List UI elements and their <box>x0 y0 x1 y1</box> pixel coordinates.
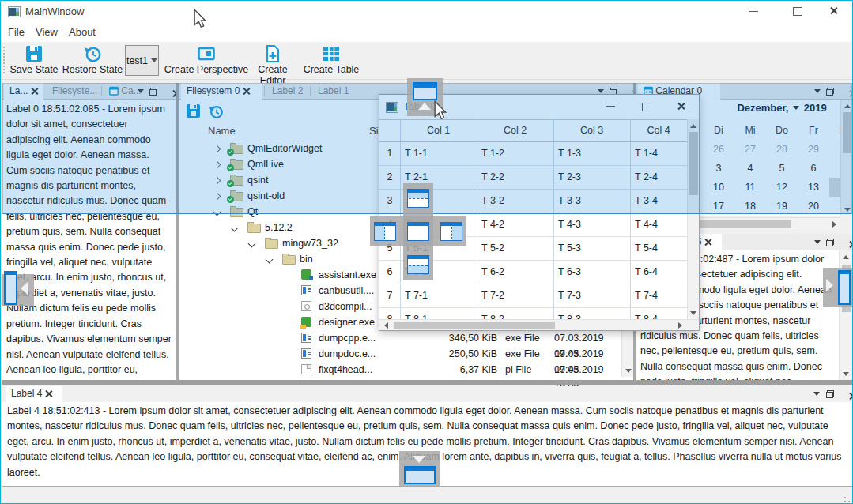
perspective-icon <box>197 44 216 63</box>
folder-icon <box>265 239 278 249</box>
create-perspective-label: Create Perspective <box>164 64 248 75</box>
main-window: MainWindow File View About Save State Re… <box>0 0 853 504</box>
scroll-right-icon[interactable] <box>832 221 836 228</box>
tree-row[interactable]: dumpcpp.e...346,50 KiBexe File07.03.2019… <box>179 330 619 346</box>
restore-state-button[interactable]: Restore State <box>61 44 124 77</box>
exe-file-icon <box>301 285 311 295</box>
scroll-down-icon[interactable] <box>843 372 849 376</box>
save-state-button[interactable]: Save State <box>9 44 59 77</box>
exe-file-icon <box>301 333 311 343</box>
drop-indicator-right[interactable] <box>440 222 462 241</box>
table-cell[interactable]: T 4-2 <box>477 213 553 236</box>
table-cell[interactable]: T 5-4 <box>630 236 687 260</box>
splitter-bottom[interactable] <box>2 380 852 385</box>
close-button[interactable] <box>817 1 852 22</box>
perspective-combo-value: test1 <box>126 55 148 66</box>
panel-float-button[interactable] <box>826 239 834 246</box>
tab-label4[interactable]: Label 4 <box>6 386 62 402</box>
table-cell[interactable]: T 6-4 <box>630 260 687 284</box>
drop-arrow-up-icon <box>418 103 431 110</box>
table-row-header[interactable]: 8 <box>379 307 400 319</box>
dll-file-icon <box>301 301 311 311</box>
table-cell[interactable]: T 7-1 <box>400 284 477 307</box>
drop-arrow-right-icon <box>826 279 833 291</box>
restore-icon <box>83 44 102 63</box>
drop-arrow-left-icon <box>21 282 28 295</box>
title-bar[interactable]: MainWindow <box>1 1 852 23</box>
menu-about[interactable]: About <box>66 23 99 42</box>
table-cell[interactable]: T 4-4 <box>630 213 687 236</box>
tab-close-icon[interactable] <box>45 390 52 397</box>
table-cell[interactable]: T 7-2 <box>477 284 553 307</box>
qt-designer-icon <box>301 317 311 327</box>
menu-file[interactable]: File <box>5 23 28 42</box>
folder-icon <box>282 255 296 265</box>
panel-close-button[interactable] <box>849 241 853 248</box>
table-cell[interactable]: T 8-1 <box>400 307 477 319</box>
tree-row[interactable]: fixqt4head...6,37 KiBpl File07.03.2019 1… <box>179 362 619 378</box>
chevron-down-icon[interactable] <box>248 240 256 248</box>
chevron-down-icon <box>151 58 157 62</box>
panel-menu-button[interactable] <box>813 392 820 396</box>
drop-indicator-left[interactable] <box>374 222 396 241</box>
exe-file-icon <box>301 348 311 359</box>
folder-icon <box>247 224 261 233</box>
scrollbar-thumb[interactable] <box>394 322 555 329</box>
table-cell[interactable]: T 8-2 <box>477 307 553 319</box>
drop-arrow-down-icon <box>413 456 425 463</box>
status-bar <box>2 487 852 503</box>
toolbar-handle[interactable] <box>3 47 5 75</box>
drop-indicator-top[interactable] <box>407 189 429 208</box>
panel-float-button[interactable] <box>826 390 834 398</box>
create-table-label: Create Table <box>304 64 360 75</box>
qt-app-icon <box>301 269 311 280</box>
create-table-button[interactable]: Create Table <box>303 44 360 77</box>
table-cell[interactable]: T 6-2 <box>477 260 553 284</box>
table-cell[interactable]: T 8-3 <box>553 307 630 319</box>
create-perspective-button[interactable]: Create Perspective <box>164 44 249 77</box>
drop-indicator-center[interactable] <box>407 222 429 241</box>
panel-close-button[interactable] <box>849 393 853 400</box>
scroll-down-icon[interactable] <box>625 369 632 373</box>
file-icon <box>301 364 311 374</box>
table-row-header[interactable]: 7 <box>379 284 400 307</box>
scroll-right-icon[interactable] <box>678 322 682 329</box>
editor-icon <box>263 44 282 63</box>
app-icon <box>8 6 21 20</box>
save-icon <box>25 44 43 63</box>
table-cell[interactable]: T 5-2 <box>477 236 553 260</box>
table-scrollbar-horizontal[interactable] <box>379 319 699 330</box>
scroll-left-icon[interactable] <box>384 322 388 329</box>
menu-view[interactable]: View <box>32 23 61 42</box>
menu-bar: File View About <box>1 23 852 42</box>
table-cell[interactable]: T 6-3 <box>553 260 630 284</box>
tab-close-icon[interactable] <box>704 239 711 246</box>
perspective-combobox[interactable]: test1 <box>125 45 159 76</box>
scroll-up-icon[interactable] <box>843 255 849 259</box>
scrollbar-thumb[interactable] <box>700 220 791 228</box>
resize-grip[interactable] <box>844 497 846 498</box>
table-cell[interactable]: T 4-3 <box>553 213 630 236</box>
tree-row[interactable]: dumpdoc.e...250,50 KiBexe File07.03.2019… <box>179 346 619 362</box>
close-icon <box>830 7 839 16</box>
table-cell[interactable]: T 7-3 <box>553 284 630 307</box>
label4-tab-bar: Label 4 <box>2 386 852 402</box>
table-icon <box>322 44 341 63</box>
table-row-header[interactable]: 6 <box>379 260 400 284</box>
minimize-button[interactable] <box>736 1 772 22</box>
create-editor-button[interactable]: Create Editor <box>244 44 301 77</box>
save-state-label: Save State <box>9 64 58 75</box>
mouse-cursor <box>193 9 207 32</box>
table-cell[interactable]: T 7-4 <box>630 284 687 307</box>
minimize-icon <box>749 11 758 13</box>
window-title: MainWindow <box>25 1 84 23</box>
panel-menu-button[interactable] <box>814 240 821 244</box>
drop-indicator-bottom[interactable] <box>407 255 429 274</box>
restore-state-label: Restore State <box>62 64 123 75</box>
table-cell[interactable]: T 8-4 <box>630 307 687 319</box>
chevron-down-icon[interactable] <box>266 256 274 264</box>
maximize-button[interactable] <box>779 1 815 22</box>
chevron-down-icon[interactable] <box>231 224 239 232</box>
table-cell[interactable]: T 5-3 <box>553 236 630 260</box>
scroll-down-icon[interactable] <box>690 311 696 315</box>
